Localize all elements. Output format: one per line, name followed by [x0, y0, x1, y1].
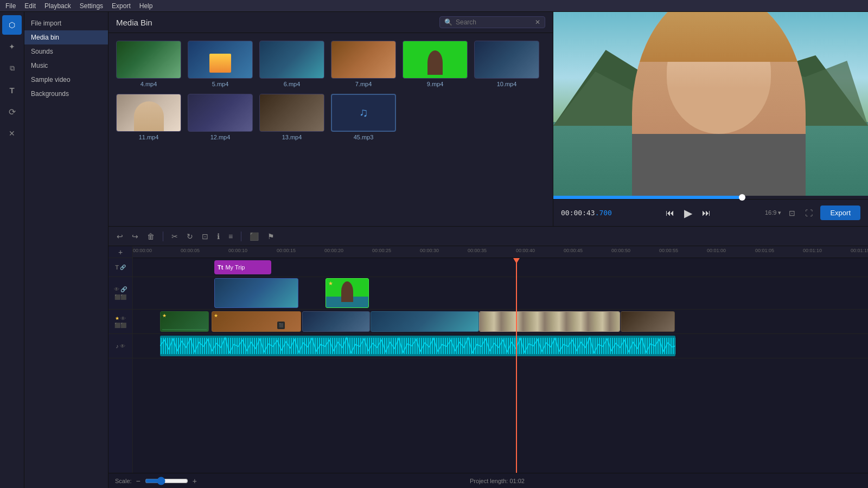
left-panel-music[interactable]: Music	[24, 59, 108, 73]
main-clip-2[interactable]: ★ ⬛	[212, 311, 301, 332]
flag-button[interactable]: ⚑	[265, 230, 277, 242]
preview-timecode: 00:00:43.700	[561, 209, 612, 217]
media-item[interactable]: 4.mp4	[116, 41, 181, 87]
media-thumb	[474, 41, 539, 79]
media-item[interactable]: 11.mp4	[116, 94, 181, 140]
media-item[interactable]: 10.mp4	[474, 41, 539, 87]
media-item-audio[interactable]: ♫ 45.mp3	[331, 94, 396, 140]
next-frame-button[interactable]: ⏭	[700, 206, 713, 220]
left-panel: File import Media bin Sounds Music Sampl…	[24, 12, 108, 488]
main-clip-3[interactable]	[302, 311, 370, 332]
menu-edit[interactable]: Edit	[24, 2, 36, 10]
scale-bar: Scale: − + Project length: 01:02	[108, 473, 868, 488]
tl-side-text: T 🔗	[108, 258, 132, 277]
sidebar-icon-effects[interactable]: ✦	[2, 37, 22, 56]
timeline-ruler: 00:00:00 00:00:05 00:00:10 00:00:15 00:0…	[133, 246, 868, 258]
export-button[interactable]: Export	[820, 206, 860, 220]
search-clear-icon[interactable]: ✕	[535, 18, 540, 26]
text-track-icon: T	[115, 264, 119, 271]
sidebar-icon-tools[interactable]: ✕	[2, 124, 22, 143]
list-button[interactable]: ≡	[226, 230, 235, 242]
left-panel-sample-video[interactable]: Sample video	[24, 73, 108, 87]
rotate-button[interactable]: ↻	[184, 230, 196, 242]
play-button[interactable]: ▶	[682, 204, 694, 222]
marker-button[interactable]: ⬛	[247, 230, 261, 242]
sidebar-icons: ⬡ ✦ ⧉ T ⟳ ✕	[0, 12, 24, 488]
media-item[interactable]: 5.mp4	[188, 41, 253, 87]
media-thumb	[188, 41, 253, 79]
timeline-area: ↩ ↪ 🗑 ✂ ↻ ⊡ ℹ ≡ ⬛ ⚑ + T	[108, 226, 868, 488]
menu-playback[interactable]: Playback	[44, 2, 71, 10]
main-clip-4[interactable]	[371, 311, 479, 332]
main-clip-6[interactable]	[621, 311, 675, 332]
delete-button[interactable]: 🗑	[144, 230, 157, 242]
overlay-lock-icon[interactable]: 🔗	[120, 286, 127, 292]
search-input[interactable]	[456, 18, 532, 26]
left-panel-backgrounds[interactable]: Backgrounds	[24, 87, 108, 101]
left-panel-sounds[interactable]: Sounds	[24, 44, 108, 59]
prev-frame-button[interactable]: ⏮	[663, 206, 676, 220]
scale-minus-button[interactable]: −	[135, 477, 142, 485]
undo-button[interactable]: ↩	[114, 230, 126, 242]
menu-help[interactable]: Help	[139, 2, 153, 10]
aspect-ratio-label: 16:9 ▾	[765, 209, 781, 216]
media-item[interactable]: 13.mp4	[259, 94, 324, 140]
media-grid: 4.mp4 5.mp4 6.mp4 7.mp4	[108, 33, 553, 148]
timeline-side-panel: + T 🔗 👁 🔗 ⬛⬛	[108, 246, 133, 473]
overlay-track-row: ★	[133, 277, 868, 310]
timeline-toolbar: ↩ ↪ 🗑 ✂ ↻ ⊡ ℹ ≡ ⬛ ⚑	[108, 227, 868, 246]
tl-side-add: +	[108, 246, 132, 258]
sidebar-icon-history[interactable]: ⟳	[2, 102, 22, 121]
preview-controls: 00:00:43.700 ⏮ ▶ ⏭ 16:9 ▾ ⊡ ⛶ Export	[553, 199, 868, 226]
media-thumb	[331, 41, 396, 79]
menubar: File Edit Playback Settings Export Help	[0, 0, 868, 12]
audio-clip[interactable]: 45.mp3	[160, 336, 675, 356]
media-item[interactable]: 9.mp4	[403, 41, 468, 87]
playhead[interactable]	[516, 258, 517, 473]
search-bar: 🔍 ✕	[439, 16, 545, 28]
media-thumb	[259, 41, 324, 79]
scale-plus-button[interactable]: +	[192, 477, 198, 485]
timeline-main: 00:00:00 00:00:05 00:00:10 00:00:15 00:0…	[133, 246, 868, 473]
main-clip-1[interactable]: ★	[160, 311, 209, 332]
media-item[interactable]: 12.mp4	[188, 94, 253, 140]
overlay-clip-green[interactable]: ★	[326, 278, 369, 308]
main-clip-5[interactable]	[479, 311, 620, 332]
menu-settings[interactable]: Settings	[80, 2, 103, 10]
text-clip[interactable]: Tt My Trip	[214, 260, 271, 274]
sidebar-icon-transitions[interactable]: ⧉	[2, 59, 22, 78]
search-icon: 🔍	[444, 18, 452, 26]
left-panel-media-bin[interactable]: Media bin	[24, 30, 108, 44]
media-item[interactable]: 7.mp4	[331, 41, 396, 87]
text-track-link-icon: 🔗	[120, 265, 126, 270]
redo-button[interactable]: ↪	[129, 230, 141, 242]
media-bin: Media Bin 🔍 ✕ 4.mp4	[108, 12, 553, 226]
cut-button[interactable]: ✂	[169, 230, 181, 242]
media-label: 9.mp4	[427, 81, 444, 87]
audio-track-row: 45.mp3	[133, 334, 868, 358]
tl-side-audio: ♪ 👁	[108, 334, 132, 358]
media-label: 13.mp4	[282, 134, 302, 140]
audio-track-note-icon: ♪	[116, 343, 119, 349]
info-button[interactable]: ℹ	[214, 230, 222, 242]
audio-track-eye-icon[interactable]: 👁	[120, 343, 125, 349]
overlay-clip-1[interactable]	[214, 278, 298, 308]
media-label: 12.mp4	[210, 134, 231, 140]
media-label: 11.mp4	[139, 134, 159, 140]
overlay-eye-icon[interactable]: 👁	[114, 286, 119, 292]
media-label: 7.mp4	[355, 81, 372, 87]
sidebar-icon-home[interactable]: ⬡	[2, 15, 22, 35]
menu-file[interactable]: File	[5, 2, 16, 10]
media-thumb	[259, 94, 324, 132]
left-panel-file-import[interactable]: File import	[24, 16, 108, 30]
fullscreen-icon[interactable]: ⛶	[803, 208, 815, 219]
media-label: 10.mp4	[497, 81, 517, 87]
media-item[interactable]: 6.mp4	[259, 41, 324, 87]
menu-export[interactable]: Export	[112, 2, 131, 10]
scale-slider[interactable]	[145, 477, 188, 485]
crop-button[interactable]: ⊡	[199, 230, 211, 242]
sidebar-icon-text[interactable]: T	[2, 80, 22, 100]
scale-label: Scale:	[115, 478, 132, 484]
main-track-eye-icon[interactable]: 👁	[120, 316, 126, 322]
resize-icon[interactable]: ⊡	[787, 208, 797, 219]
